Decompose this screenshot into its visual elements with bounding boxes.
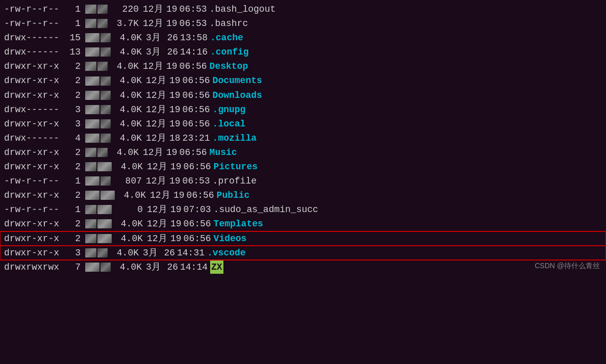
time: 06:56 [184, 217, 212, 230]
size: 0 [112, 203, 143, 216]
size: 4.0K [111, 45, 142, 59]
group-block [97, 19, 108, 28]
day: 26 [164, 261, 178, 274]
permissions: drwxrwxrwx [4, 261, 63, 274]
line-music: drwxr-xr-x 2 4.0K 12月 19 06:56 Music [0, 145, 606, 160]
time: 14:14 [180, 261, 208, 274]
filename: .mozilla [213, 132, 257, 145]
filename: Desktop [210, 60, 248, 73]
links: 1 [63, 3, 81, 16]
links: 2 [63, 232, 81, 245]
line-desktop: drwxr-xr-x 2 4.0K 12月 19 06:56 Desktop [0, 59, 606, 73]
owner-block [85, 191, 99, 200]
day: 19 [166, 74, 181, 87]
time: 06:56 [183, 74, 211, 87]
month: 12月 [143, 3, 163, 16]
filename: Downloads [213, 89, 262, 102]
day: 19 [163, 60, 178, 73]
owner-block [85, 134, 99, 143]
size: 4.0K [111, 103, 142, 116]
permissions: -rw-r--r-- [4, 3, 63, 16]
group-block [100, 191, 115, 200]
permissions: drwx------ [4, 103, 63, 116]
filename: Music [210, 146, 237, 159]
size: 4.0K [112, 232, 143, 245]
day: 19 [166, 89, 181, 102]
owner-block [85, 91, 99, 100]
group-block [97, 5, 108, 14]
line-downloads: drwxr-xr-x 2 4.0K 12月 19 06:56 Downloads [0, 88, 606, 102]
owner-block [85, 263, 99, 272]
size: 4.0K [111, 74, 142, 87]
size: 4.0K [111, 89, 142, 102]
day: 19 [167, 217, 182, 230]
filename: .config [210, 45, 249, 59]
time: 06:56 [183, 89, 211, 102]
owner-block [85, 62, 96, 71]
day: 19 [163, 3, 178, 16]
owner-block [85, 47, 99, 57]
links: 2 [63, 160, 81, 173]
day: 19 [167, 203, 182, 216]
month: 12月 [146, 132, 166, 145]
group-block [100, 119, 111, 128]
links: 1 [63, 203, 81, 216]
time: 14:31 [177, 246, 205, 259]
time: 06:56 [180, 146, 208, 159]
size: 3.7K [108, 17, 139, 30]
month: 12月 [143, 146, 163, 159]
links: 3 [63, 246, 81, 259]
size: 4.0K [111, 31, 142, 44]
month: 12月 [147, 232, 167, 245]
links: 3 [63, 103, 81, 116]
permissions: -rw-r--r-- [4, 203, 63, 216]
line-gnupg: drwx------ 3 4.0K 12月 19 06:56 .gnupg [0, 102, 606, 117]
links: 15 [63, 31, 81, 44]
group-block [97, 205, 112, 214]
line-local: drwxr-xr-x 3 4.0K 12月 19 06:56 .local [0, 117, 606, 131]
permissions: drwxr-xr-x [4, 74, 63, 87]
time: 06:56 [180, 60, 208, 73]
size: 4.0K [111, 261, 142, 274]
permissions: drwxr-xr-x [4, 246, 63, 259]
filename: Pictures [214, 160, 258, 173]
links: 13 [63, 45, 81, 59]
size: 220 [108, 3, 139, 16]
group-block [100, 33, 111, 42]
time: 06:53 [180, 3, 208, 16]
filename: .local [213, 117, 246, 131]
owner-block [85, 119, 99, 128]
filename: Documents [213, 74, 262, 87]
month: 3月 [143, 246, 161, 259]
line-documents: drwxr-xr-x 2 4.0K 12月 19 06:56 Documents [0, 73, 606, 88]
filename: .cache [210, 31, 243, 44]
month: 12月 [147, 160, 167, 173]
day: 19 [166, 117, 181, 131]
owner-block [85, 176, 99, 186]
permissions: drwxr-xr-x [4, 189, 63, 202]
permissions: drwxr-xr-x [4, 232, 63, 245]
permissions: drwx------ [4, 31, 63, 44]
owner-block [85, 234, 96, 243]
filename: .profile [213, 174, 257, 188]
group-block [100, 176, 111, 186]
size: 4.0K [112, 160, 143, 173]
links: 3 [63, 117, 81, 131]
month: 12月 [147, 217, 167, 230]
month: 12月 [147, 203, 167, 216]
owner-block [85, 105, 99, 114]
month: 12月 [143, 60, 163, 73]
filename: .gnupg [213, 103, 246, 116]
filename: Videos [214, 232, 247, 245]
month: 3月 [146, 261, 164, 274]
day: 19 [163, 17, 178, 30]
size: 4.0K [108, 146, 139, 159]
line-vscode: drwxr-xr-x 3 4.0K 3月 26 14:31 .vscode [0, 246, 606, 260]
filename: Templates [214, 217, 263, 230]
time: 23:21 [183, 132, 211, 145]
time: 06:56 [183, 117, 211, 131]
owner-block [85, 76, 99, 86]
time: 06:56 [184, 232, 212, 245]
links: 4 [63, 132, 81, 145]
owner-block [85, 205, 96, 214]
